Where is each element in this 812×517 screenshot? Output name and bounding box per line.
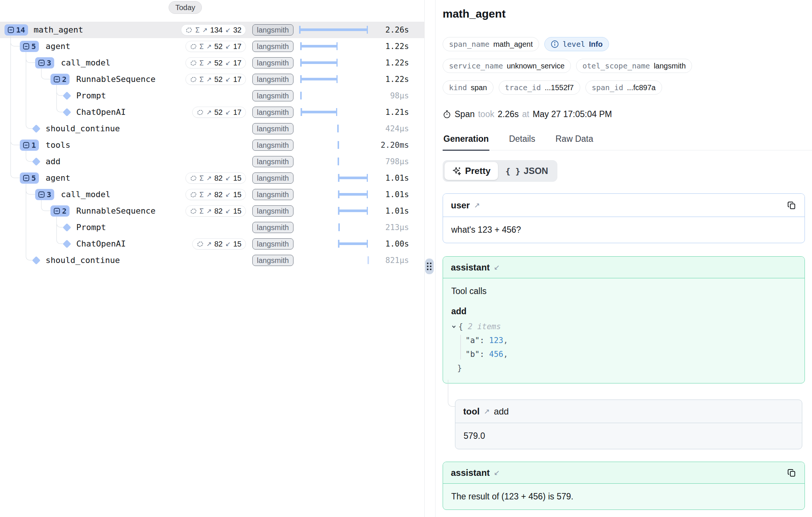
langsmith-tag[interactable]: langsmith [252, 41, 293, 52]
tool-calls-heading: Tool calls [451, 286, 796, 296]
langsmith-tag[interactable]: langsmith [252, 24, 293, 36]
timeline-tick [300, 92, 302, 100]
tool-name-label: add [494, 406, 509, 417]
tool-call-name: add [451, 306, 796, 316]
minus-square-icon [38, 59, 45, 66]
output-arrow-icon: ↙ [225, 59, 231, 67]
tree-row-RunnableSequence[interactable]: 2RunnableSequenceΣ↗52↙17langsmith1.22s [0, 71, 425, 88]
kind-pill[interactable]: kind span [443, 80, 493, 95]
panel-resize-handle[interactable] [425, 258, 434, 274]
output-arrow-icon: ↙ [225, 240, 231, 248]
tree-row-Prompt[interactable]: Promptlangsmith98µs [0, 88, 425, 104]
langsmith-tag[interactable]: langsmith [252, 107, 293, 118]
tree-row-ChatOpenAI[interactable]: ChatOpenAI↗52↙17langsmith1.21s [0, 104, 425, 120]
otel-scope-pill[interactable]: otel_scope_name langsmith [576, 59, 692, 73]
minus-square-icon [23, 142, 30, 149]
token-badge: Σ↗52↙17 [185, 57, 246, 68]
expand-badge[interactable]: 5 [20, 41, 39, 52]
pretty-toggle-button[interactable]: Pretty [445, 162, 498, 180]
service-name-pill[interactable]: service_name unknown_service [443, 59, 571, 73]
timeline-tick [337, 125, 339, 132]
langsmith-tag[interactable]: langsmith [252, 172, 293, 184]
expand-badge[interactable]: 1 [20, 140, 39, 151]
expand-badge[interactable]: 14 [4, 24, 28, 36]
timeline-bar [299, 28, 367, 31]
tab-details[interactable]: Details [508, 132, 536, 150]
expand-badge[interactable]: 5 [20, 172, 39, 184]
tab-generation[interactable]: Generation [443, 132, 489, 151]
timeline-cell [296, 104, 371, 120]
langsmith-tag[interactable]: langsmith [252, 156, 293, 167]
coin-icon [190, 208, 197, 215]
span-detail-panel: math_agent span_name math_agent level In… [435, 0, 812, 517]
langsmith-tag[interactable]: langsmith [252, 255, 293, 266]
langsmith-tag[interactable]: langsmith [252, 90, 293, 101]
tree-row-call_model[interactable]: 3call_modelΣ↗82↙15langsmith1.01s [0, 186, 425, 203]
langsmith-tag[interactable]: langsmith [252, 205, 293, 217]
copy-button[interactable] [787, 201, 797, 210]
assistant-toolcall-card: assistant ↙ Tool calls add { 2 items "a"… [443, 256, 805, 383]
tree-row-call_model[interactable]: 3call_modelΣ↗52↙17langsmith1.22s [0, 55, 425, 71]
timeline-cell [296, 236, 371, 252]
minus-square-icon [23, 175, 30, 181]
tree-row-Prompt[interactable]: Promptlangsmith213µs [0, 219, 425, 236]
json-close-row: } [451, 361, 796, 375]
langsmith-tag[interactable]: langsmith [252, 74, 293, 85]
timeline-bar [338, 177, 367, 179]
level-pill[interactable]: level Info [544, 37, 609, 51]
langsmith-tag[interactable]: langsmith [252, 140, 293, 151]
tree-row-should_continue[interactable]: should_continuelangsmith821µs [0, 252, 425, 269]
tree-row-agent[interactable]: 5agentΣ↗52↙17langsmith1.22s [0, 38, 425, 55]
span-label: agent [46, 38, 70, 55]
span-name-pill[interactable]: span_name math_agent [443, 37, 539, 51]
tab-raw-data[interactable]: Raw Data [555, 132, 594, 150]
json-entry: "b": 456, [451, 348, 796, 361]
timeline-tick [338, 157, 339, 165]
leaf-diamond-icon [32, 256, 41, 265]
expand-badge[interactable]: 3 [35, 57, 54, 68]
tree-row-should_continue[interactable]: should_continuelangsmith424µs [0, 120, 425, 137]
output-arrow-icon: ↙ [225, 191, 231, 199]
tool-args-json-tree: { 2 items "a": 123, "b": 456, } [451, 320, 796, 375]
tree-row-add[interactable]: addlangsmith798µs [0, 153, 425, 170]
minus-square-icon [7, 27, 14, 33]
timing-word: at [522, 109, 529, 119]
message-list: user ↗ what's 123 + 456? assistant ↙ Too… [443, 193, 805, 510]
langsmith-tag[interactable]: langsmith [252, 189, 293, 200]
expand-badge[interactable]: 3 [35, 189, 54, 200]
tree-row-agent[interactable]: 5agentΣ↗82↙15langsmith1.01s [0, 170, 425, 186]
langsmith-tag[interactable]: langsmith [252, 222, 293, 233]
timeline-cell [296, 186, 371, 203]
langsmith-tag[interactable]: langsmith [252, 123, 293, 134]
duration-label: 1.01s [385, 186, 409, 203]
output-arrow-icon: ↙ [225, 26, 231, 34]
duration-label: 213µs [385, 219, 409, 236]
minus-square-icon [23, 43, 30, 50]
output-tokens: 17 [233, 59, 242, 67]
today-button[interactable]: Today [169, 1, 202, 14]
langsmith-tag[interactable]: langsmith [252, 57, 293, 68]
tree-row-ChatOpenAI[interactable]: ChatOpenAI↗82↙15langsmith1.00s [0, 236, 425, 252]
input-arrow-icon: ↗ [206, 174, 212, 182]
inbound-arrow-icon: ↙ [494, 263, 500, 272]
sparkle-icon [452, 166, 462, 176]
timeline-bar [338, 242, 367, 245]
output-arrow-icon: ↙ [225, 174, 231, 182]
langsmith-tag[interactable]: langsmith [252, 238, 293, 250]
tree-row-math_agent[interactable]: 14math_agentΣ↗134↙32langsmith2.26s [0, 22, 425, 38]
output-arrow-icon: ↙ [225, 76, 231, 83]
trace-id-pill[interactable]: trace_id ...1552f7 [499, 80, 580, 95]
json-object-row[interactable]: { 2 items [451, 320, 796, 334]
attribute-pill-row: kind span trace_id ...1552f7 span_id ...… [443, 80, 662, 95]
copy-button[interactable] [787, 468, 797, 478]
expand-badge[interactable]: 2 [50, 205, 70, 217]
tree-row-tools[interactable]: 1toolslangsmith2.20ms [0, 137, 425, 153]
tree-row-RunnableSequence[interactable]: 2RunnableSequenceΣ↗82↙15langsmith1.01s [0, 203, 425, 219]
coin-icon [190, 76, 197, 83]
sigma-icon: Σ [200, 42, 204, 51]
token-badge: ↗52↙17 [192, 107, 246, 118]
span-id-pill[interactable]: span_id ...fc897a [585, 80, 662, 95]
expand-badge[interactable]: 2 [50, 74, 70, 85]
json-toggle-button[interactable]: { } JSON [498, 162, 556, 180]
input-arrow-icon: ↗ [206, 43, 212, 51]
